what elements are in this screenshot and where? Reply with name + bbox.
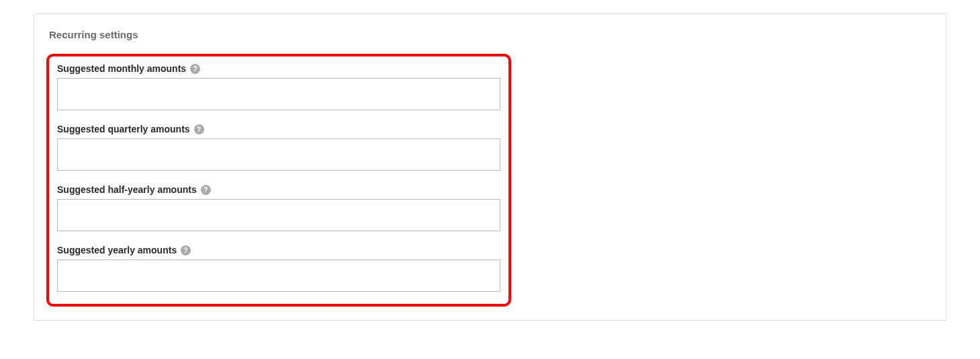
panel-title: Recurring settings <box>34 14 946 47</box>
label-text-halfyearly: Suggested half-yearly amounts <box>57 184 197 195</box>
label-halfyearly: Suggested half-yearly amounts ? <box>57 184 500 195</box>
field-group-monthly: Suggested monthly amounts ? <box>57 63 500 110</box>
field-group-halfyearly: Suggested half-yearly amounts ? <box>57 184 500 231</box>
input-monthly[interactable] <box>57 78 500 110</box>
input-quarterly[interactable] <box>57 138 500 171</box>
label-text-yearly: Suggested yearly amounts <box>57 245 177 255</box>
help-icon[interactable]: ? <box>181 245 191 255</box>
field-group-quarterly: Suggested quarterly amounts ? <box>57 124 500 171</box>
input-yearly[interactable] <box>57 260 500 292</box>
label-yearly: Suggested yearly amounts ? <box>57 245 500 255</box>
highlighted-fields-box: Suggested monthly amounts ? Suggested qu… <box>46 54 511 307</box>
label-text-monthly: Suggested monthly amounts <box>57 63 186 74</box>
label-quarterly: Suggested quarterly amounts ? <box>57 124 500 134</box>
field-group-yearly: Suggested yearly amounts ? <box>57 245 500 292</box>
label-text-quarterly: Suggested quarterly amounts <box>57 124 190 134</box>
help-icon[interactable]: ? <box>190 64 200 74</box>
label-monthly: Suggested monthly amounts ? <box>57 63 500 74</box>
input-halfyearly[interactable] <box>57 199 500 231</box>
recurring-settings-panel: Recurring settings Suggested monthly amo… <box>34 13 946 321</box>
help-icon[interactable]: ? <box>201 185 211 195</box>
help-icon[interactable]: ? <box>194 124 204 134</box>
